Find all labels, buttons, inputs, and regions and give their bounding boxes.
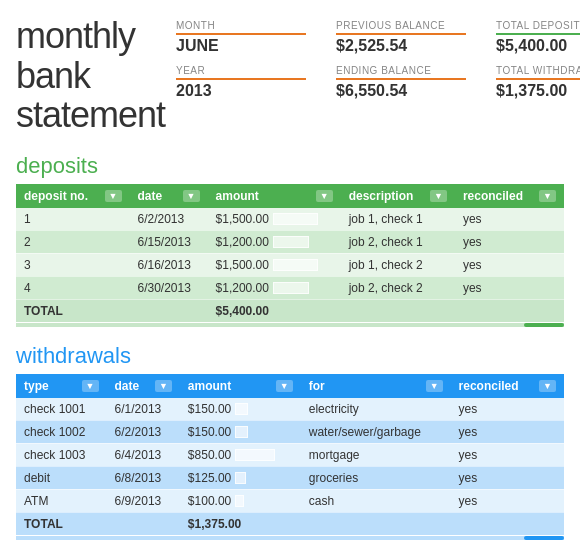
stats-row-1: MONTH JUNE PREVIOUS BALANCE $2,525.54 TO… [176,20,580,55]
withdrawals-cell-for: groceries [301,466,451,489]
deposits-row: 3 6/16/2013 $1,500.00 job 1, check 2 yes [16,253,564,276]
stat-month-value: JUNE [176,37,306,55]
deposits-cell-description: job 2, check 1 [341,230,455,253]
withdrawals-col-type: type ▼ [16,374,107,398]
stat-year: YEAR 2013 [176,65,306,100]
deposits-cell-no: 3 [16,253,130,276]
deposits-cell-description: job 1, check 1 [341,208,455,231]
withdrawals-cell-type: debit [16,466,107,489]
withdrawals-cell-for: cash [301,489,451,512]
stats-row-2: YEAR 2013 ENDING BALANCE $6,550.54 TOTAL… [176,65,580,100]
deposits-cell-reconciled: yes [455,276,564,299]
deposits-cell-description: job 2, check 2 [341,276,455,299]
deposits-cell-description: job 1, check 2 [341,253,455,276]
withdrawals-cell-reconciled: yes [451,466,564,489]
deposits-cell-date: 6/16/2013 [130,253,208,276]
stat-month-label: MONTH [176,20,306,35]
stat-ending-balance-value: $6,550.54 [336,82,466,100]
withdrawals-cell-amount: $150.00 [180,398,301,421]
withdrawals-cell-amount: $125.00 [180,466,301,489]
deposits-cell-reconciled: yes [455,253,564,276]
withdrawals-filter-type[interactable]: ▼ [82,380,99,392]
stat-total-withdrawls: TOTAL WITHDRAWLS $1,375.00 [496,65,580,100]
deposits-cell-amount: $1,200.00 [208,230,341,253]
withdrawals-cell-reconciled: yes [451,420,564,443]
stat-prev-balance: PREVIOUS BALANCE $2,525.54 [336,20,466,55]
withdrawals-col-amount: amount ▼ [180,374,301,398]
deposits-cell-no: 4 [16,276,130,299]
withdrawals-col-for: for ▼ [301,374,451,398]
stat-total-deposits-label: TOTAL DEPOSITS [496,20,580,35]
stats-block: MONTH JUNE PREVIOUS BALANCE $2,525.54 TO… [176,16,580,135]
deposits-cell-date: 6/15/2013 [130,230,208,253]
stat-prev-balance-label: PREVIOUS BALANCE [336,20,466,35]
deposits-filter-amount[interactable]: ▼ [316,190,333,202]
page-title: monthly bank statement [16,16,156,135]
withdrawals-col-reconciled: reconciled ▼ [451,374,564,398]
withdrawals-row: check 1003 6/4/2013 $850.00 mortgage yes [16,443,564,466]
deposits-section: deposits deposit no. ▼ date ▼ [16,153,564,327]
withdrawals-row: check 1001 6/1/2013 $150.00 electricity … [16,398,564,421]
deposits-title: deposits [16,153,564,179]
withdrawals-cell-reconciled: yes [451,489,564,512]
deposits-cell-amount: $1,500.00 [208,208,341,231]
withdrawals-cell-amount: $850.00 [180,443,301,466]
stat-year-label: YEAR [176,65,306,80]
header-section: monthly bank statement MONTH JUNE PREVIO… [16,16,564,135]
withdrawals-filter-reconciled[interactable]: ▼ [539,380,556,392]
deposits-total-row: TOTAL $5,400.00 [16,299,564,322]
stat-ending-balance-label: ENDING BALANCE [336,65,466,80]
deposits-total-amount: $5,400.00 [208,299,341,322]
withdrawals-cell-type: check 1001 [16,398,107,421]
deposits-cell-amount: $1,500.00 [208,253,341,276]
withdrawals-row: check 1002 6/2/2013 $150.00 water/sewer/… [16,420,564,443]
deposits-scrollbar[interactable] [16,323,564,327]
withdrawals-col-date: date ▼ [107,374,180,398]
deposits-filter-no[interactable]: ▼ [105,190,122,202]
deposits-filter-date[interactable]: ▼ [183,190,200,202]
deposits-header-row: deposit no. ▼ date ▼ amount ▼ [16,184,564,208]
stat-ending-balance: ENDING BALANCE $6,550.54 [336,65,466,100]
withdrawals-cell-for: mortgage [301,443,451,466]
withdrawals-table: type ▼ date ▼ amount ▼ [16,374,564,536]
withdrawals-filter-date[interactable]: ▼ [155,380,172,392]
deposits-cell-no: 1 [16,208,130,231]
deposits-row: 1 6/2/2013 $1,500.00 job 1, check 1 yes [16,208,564,231]
deposits-row: 4 6/30/2013 $1,200.00 job 2, check 2 yes [16,276,564,299]
withdrawals-cell-for: electricity [301,398,451,421]
deposits-table: deposit no. ▼ date ▼ amount ▼ [16,184,564,323]
stat-total-deposits-value: $5,400.00 [496,37,580,55]
deposits-col-date: date ▼ [130,184,208,208]
deposits-total-label: TOTAL [16,299,130,322]
withdrawals-cell-amount: $100.00 [180,489,301,512]
stat-year-value: 2013 [176,82,306,100]
deposits-filter-reconciled[interactable]: ▼ [539,190,556,202]
withdrawals-filter-for[interactable]: ▼ [426,380,443,392]
withdrawals-section: withdrawals type ▼ date ▼ [16,343,564,540]
deposits-col-description: description ▼ [341,184,455,208]
withdrawals-cell-type: ATM [16,489,107,512]
title-block: monthly bank statement [16,16,156,135]
withdrawals-cell-date: 6/1/2013 [107,398,180,421]
withdrawals-filter-amount[interactable]: ▼ [276,380,293,392]
withdrawals-cell-type: check 1003 [16,443,107,466]
stat-month: MONTH JUNE [176,20,306,55]
deposits-cell-date: 6/2/2013 [130,208,208,231]
withdrawals-total-row: TOTAL $1,375.00 [16,512,564,535]
withdrawals-total-amount: $1,375.00 [180,512,301,535]
withdrawals-cell-reconciled: yes [451,398,564,421]
withdrawals-scrollbar[interactable] [16,536,564,540]
deposits-cell-reconciled: yes [455,230,564,253]
deposits-cell-date: 6/30/2013 [130,276,208,299]
deposits-cell-amount: $1,200.00 [208,276,341,299]
stat-total-withdrawls-label: TOTAL WITHDRAWLS [496,65,580,80]
withdrawals-row: debit 6/8/2013 $125.00 groceries yes [16,466,564,489]
deposits-col-amount: amount ▼ [208,184,341,208]
withdrawals-scrollbar-thumb [524,536,564,540]
deposits-col-reconciled: reconciled ▼ [455,184,564,208]
withdrawals-header-row: type ▼ date ▼ amount ▼ [16,374,564,398]
withdrawals-title: withdrawals [16,343,564,369]
withdrawals-row: ATM 6/9/2013 $100.00 cash yes [16,489,564,512]
deposits-filter-description[interactable]: ▼ [430,190,447,202]
withdrawals-cell-date: 6/4/2013 [107,443,180,466]
